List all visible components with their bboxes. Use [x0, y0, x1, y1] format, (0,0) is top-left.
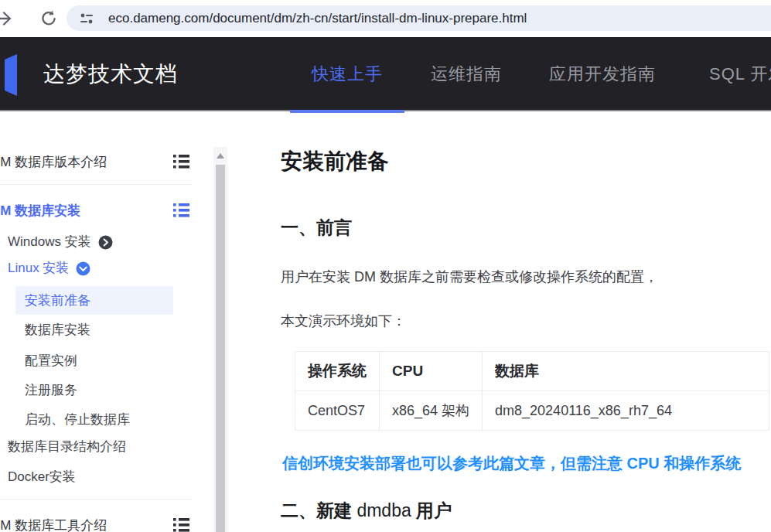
toc-list-icon-active[interactable] [173, 203, 189, 217]
section-heading-preface: 一、前言 [281, 216, 352, 240]
col-cpu: CPU [380, 352, 483, 391]
browser-window: eco.dameng.com/document/dm/zh-cn/start/i… [0, 0, 771, 532]
forward-arrow-icon [0, 9, 13, 28]
sidebar-item-linux-install[interactable]: Linux 安装 [8, 259, 90, 278]
section-heading-dmdba: 二、新建 dmdba 用户 [281, 499, 452, 523]
sidebar-item-dm-install[interactable]: DM 数据库安装 [0, 202, 80, 220]
tab-quick-start[interactable]: 快速上手 [312, 37, 383, 111]
xinchuang-note: 信创环境安装部署也可以参考此篇文章，但需注意 CPU 和操作系统 [282, 453, 771, 474]
toc-list-icon[interactable] [173, 155, 189, 169]
cell-os: CentOS7 [295, 391, 380, 431]
sidebar-item-dm-version-intro[interactable]: DM 数据库版本介绍 [0, 153, 107, 172]
site-title: 达梦技术文档 [43, 37, 178, 111]
sidebar-item-config-instance[interactable]: 配置实例 [25, 352, 77, 370]
browser-toolbar: eco.dameng.com/document/dm/zh-cn/start/i… [0, 0, 771, 37]
sidebar-item-dir-structure[interactable]: 数据库目录结构介绍 [8, 438, 126, 456]
address-bar[interactable]: eco.dameng.com/document/dm/zh-cn/start/i… [67, 5, 771, 31]
sidebar-item-register-service[interactable]: 注册服务 [25, 381, 77, 400]
tune-icon [78, 10, 95, 27]
cell-database: dm8_20240116_x86_rh7_64 [483, 391, 769, 431]
site-info-button[interactable] [78, 9, 97, 28]
circle-chevron-right-icon[interactable] [98, 235, 113, 250]
site-header: 达梦技术文档 快速上手 运维指南 应用开发指南 SQL 开发指南 [0, 37, 771, 111]
paragraph-intro: 用户在安装 DM 数据库之前需要检查或修改操作系统的配置， [281, 268, 658, 286]
scroll-up-button[interactable] [213, 147, 227, 164]
env-table-row: CentOS7 x86_64 架构 dm8_20240116_x86_rh7_6… [295, 391, 769, 431]
triangle-up-icon [217, 153, 224, 159]
env-table-header-row: 操作系统 CPU 数据库 [295, 352, 769, 391]
tab-ops-guide[interactable]: 运维指南 [431, 37, 502, 111]
forward-button[interactable] [0, 8, 14, 29]
sidebar-item-windows-install[interactable]: Windows 安装 [8, 233, 113, 251]
url-text: eco.dameng.com/document/dm/zh-cn/start/i… [108, 11, 527, 26]
sidebar-scrollbar-thumb[interactable] [216, 165, 225, 532]
sidebar-divider [0, 184, 192, 185]
reload-icon [39, 9, 58, 28]
cell-cpu: x86_64 架构 [380, 391, 483, 431]
env-table: 操作系统 CPU 数据库 CentOS7 x86_64 架构 dm8_20240… [295, 351, 769, 431]
tab-sql-dev-guide[interactable]: SQL 开发指南 [709, 37, 771, 111]
page-title: 安装前准备 [281, 147, 389, 176]
circle-chevron-down-icon[interactable] [76, 261, 90, 276]
sidebar-divider [0, 499, 192, 500]
sidebar-item-docker-install[interactable]: Docker安装 [8, 468, 76, 486]
tab-app-dev-guide[interactable]: 应用开发指南 [549, 37, 656, 111]
col-database: 数据库 [483, 352, 769, 391]
sidebar-item-install-prepare[interactable]: 安装前准备 [15, 286, 173, 315]
toc-list-icon[interactable] [173, 518, 189, 532]
sidebar-item-db-install[interactable]: 数据库安装 [25, 321, 90, 339]
paragraph-env: 本文演示环境如下： [281, 312, 406, 330]
sidebar-nav: DM 数据库版本介绍 DM 数据库安装 Windows 安装 [0, 113, 201, 532]
sidebar-item-dm-tools-intro[interactable]: DM 数据库工具介绍 [0, 517, 107, 532]
sidebar-item-start-stop-db[interactable]: 启动、停止数据库 [25, 411, 130, 429]
col-os: 操作系统 [295, 352, 380, 391]
reload-button[interactable] [38, 8, 60, 29]
dameng-logo-icon [0, 54, 42, 99]
